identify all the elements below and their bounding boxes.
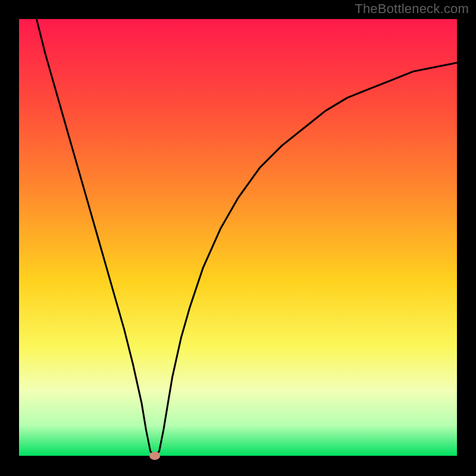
optimum-marker xyxy=(149,452,160,460)
bottleneck-chart xyxy=(0,0,476,476)
plot-area xyxy=(19,19,457,456)
watermark-text: TheBottleneck.com xyxy=(355,1,469,17)
chart-frame: TheBottleneck.com xyxy=(0,0,476,476)
